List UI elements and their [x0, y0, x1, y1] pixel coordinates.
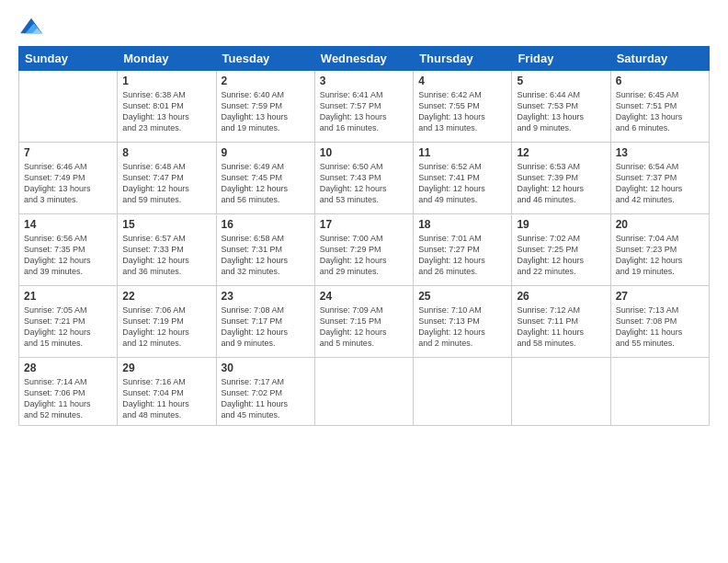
col-header-thursday: Thursday — [414, 47, 512, 71]
day-number: 2 — [222, 75, 310, 87]
day-number: 20 — [616, 218, 704, 231]
col-header-friday: Friday — [512, 47, 610, 71]
day-info: Sunrise: 6:46 AM Sunset: 7:49 PM Dayligh… — [24, 161, 112, 206]
day-number: 14 — [24, 218, 112, 231]
day-cell: 9Sunrise: 6:49 AM Sunset: 7:45 PM Daylig… — [216, 143, 314, 214]
col-header-sunday: Sunday — [19, 47, 118, 71]
day-number: 24 — [320, 290, 408, 303]
day-cell: 27Sunrise: 7:13 AM Sunset: 7:08 PM Dayli… — [610, 286, 709, 358]
calendar-table: SundayMondayTuesdayWednesdayThursdayFrid… — [18, 46, 710, 426]
day-info: Sunrise: 7:12 AM Sunset: 7:11 PM Dayligh… — [517, 304, 605, 350]
day-info: Sunrise: 6:42 AM Sunset: 7:55 PM Dayligh… — [418, 89, 506, 134]
day-cell: 19Sunrise: 7:02 AM Sunset: 7:25 PM Dayli… — [512, 214, 610, 286]
logo — [18, 17, 46, 37]
day-cell — [414, 358, 512, 426]
day-number: 6 — [616, 75, 704, 87]
page: SundayMondayTuesdayWednesdayThursdayFrid… — [0, 0, 728, 563]
day-number: 8 — [122, 146, 210, 159]
day-info: Sunrise: 7:00 AM Sunset: 7:29 PM Dayligh… — [320, 233, 408, 278]
day-info: Sunrise: 7:08 AM Sunset: 7:17 PM Dayligh… — [222, 304, 310, 350]
day-cell: 6Sunrise: 6:45 AM Sunset: 7:51 PM Daylig… — [610, 71, 709, 143]
day-number: 29 — [122, 362, 210, 374]
col-header-saturday: Saturday — [610, 47, 709, 71]
day-info: Sunrise: 6:40 AM Sunset: 7:59 PM Dayligh… — [222, 89, 310, 134]
day-number: 25 — [418, 290, 506, 303]
day-info: Sunrise: 7:04 AM Sunset: 7:23 PM Dayligh… — [616, 233, 704, 278]
day-number: 1 — [122, 75, 210, 87]
day-info: Sunrise: 6:57 AM Sunset: 7:33 PM Dayligh… — [122, 233, 210, 278]
day-cell: 26Sunrise: 7:12 AM Sunset: 7:11 PM Dayli… — [512, 286, 610, 358]
day-cell: 10Sunrise: 6:50 AM Sunset: 7:43 PM Dayli… — [314, 143, 413, 214]
day-info: Sunrise: 7:05 AM Sunset: 7:21 PM Dayligh… — [24, 304, 112, 350]
day-number: 26 — [517, 290, 605, 303]
day-cell: 22Sunrise: 7:06 AM Sunset: 7:19 PM Dayli… — [118, 286, 216, 358]
day-number: 9 — [222, 146, 310, 159]
day-number: 16 — [222, 218, 310, 231]
day-info: Sunrise: 6:50 AM Sunset: 7:43 PM Dayligh… — [320, 161, 408, 206]
day-number: 5 — [517, 75, 605, 87]
day-cell: 12Sunrise: 6:53 AM Sunset: 7:39 PM Dayli… — [512, 143, 610, 214]
day-cell — [314, 358, 413, 426]
day-cell — [19, 71, 118, 143]
day-cell: 15Sunrise: 6:57 AM Sunset: 7:33 PM Dayli… — [118, 214, 216, 286]
day-cell: 16Sunrise: 6:58 AM Sunset: 7:31 PM Dayli… — [216, 214, 314, 286]
day-number: 22 — [122, 290, 210, 303]
day-info: Sunrise: 6:52 AM Sunset: 7:41 PM Dayligh… — [418, 161, 506, 206]
week-row-5: 28Sunrise: 7:14 AM Sunset: 7:06 PM Dayli… — [19, 358, 710, 426]
header-row: SundayMondayTuesdayWednesdayThursdayFrid… — [19, 47, 710, 71]
logo-icon — [18, 17, 44, 37]
week-row-2: 7Sunrise: 6:46 AM Sunset: 7:49 PM Daylig… — [19, 143, 710, 214]
day-info: Sunrise: 6:44 AM Sunset: 7:53 PM Dayligh… — [517, 89, 605, 134]
day-cell: 11Sunrise: 6:52 AM Sunset: 7:41 PM Dayli… — [414, 143, 512, 214]
day-info: Sunrise: 6:54 AM Sunset: 7:37 PM Dayligh… — [616, 161, 704, 206]
day-info: Sunrise: 6:56 AM Sunset: 7:35 PM Dayligh… — [24, 233, 112, 278]
day-info: Sunrise: 6:49 AM Sunset: 7:45 PM Dayligh… — [222, 161, 310, 206]
day-info: Sunrise: 6:53 AM Sunset: 7:39 PM Dayligh… — [517, 161, 605, 206]
day-info: Sunrise: 6:38 AM Sunset: 8:01 PM Dayligh… — [122, 89, 210, 134]
day-info: Sunrise: 6:48 AM Sunset: 7:47 PM Dayligh… — [122, 161, 210, 206]
day-number: 12 — [517, 146, 605, 159]
day-number: 23 — [222, 290, 310, 303]
day-number: 19 — [517, 218, 605, 231]
day-cell: 18Sunrise: 7:01 AM Sunset: 7:27 PM Dayli… — [414, 214, 512, 286]
day-number: 3 — [320, 75, 408, 87]
day-number: 28 — [24, 362, 112, 374]
day-number: 13 — [616, 146, 704, 159]
col-header-monday: Monday — [118, 47, 216, 71]
day-cell — [512, 358, 610, 426]
day-number: 11 — [418, 146, 506, 159]
day-cell: 17Sunrise: 7:00 AM Sunset: 7:29 PM Dayli… — [314, 214, 413, 286]
day-cell: 7Sunrise: 6:46 AM Sunset: 7:49 PM Daylig… — [19, 143, 118, 214]
week-row-3: 14Sunrise: 6:56 AM Sunset: 7:35 PM Dayli… — [19, 214, 710, 286]
day-info: Sunrise: 7:13 AM Sunset: 7:08 PM Dayligh… — [616, 304, 704, 350]
col-header-wednesday: Wednesday — [314, 47, 413, 71]
day-cell: 3Sunrise: 6:41 AM Sunset: 7:57 PM Daylig… — [314, 71, 413, 143]
day-info: Sunrise: 6:45 AM Sunset: 7:51 PM Dayligh… — [616, 89, 704, 134]
day-cell: 14Sunrise: 6:56 AM Sunset: 7:35 PM Dayli… — [19, 214, 118, 286]
day-number: 21 — [24, 290, 112, 303]
day-cell: 5Sunrise: 6:44 AM Sunset: 7:53 PM Daylig… — [512, 71, 610, 143]
day-number: 18 — [418, 218, 506, 231]
day-cell: 28Sunrise: 7:14 AM Sunset: 7:06 PM Dayli… — [19, 358, 118, 426]
header — [18, 17, 710, 37]
day-number: 27 — [616, 290, 704, 303]
day-info: Sunrise: 7:06 AM Sunset: 7:19 PM Dayligh… — [122, 304, 210, 350]
day-info: Sunrise: 6:58 AM Sunset: 7:31 PM Dayligh… — [222, 233, 310, 278]
day-info: Sunrise: 6:41 AM Sunset: 7:57 PM Dayligh… — [320, 89, 408, 134]
col-header-tuesday: Tuesday — [216, 47, 314, 71]
day-cell: 20Sunrise: 7:04 AM Sunset: 7:23 PM Dayli… — [610, 214, 709, 286]
day-number: 7 — [24, 146, 112, 159]
day-cell: 13Sunrise: 6:54 AM Sunset: 7:37 PM Dayli… — [610, 143, 709, 214]
day-cell: 4Sunrise: 6:42 AM Sunset: 7:55 PM Daylig… — [414, 71, 512, 143]
day-info: Sunrise: 7:02 AM Sunset: 7:25 PM Dayligh… — [517, 233, 605, 278]
day-info: Sunrise: 7:17 AM Sunset: 7:02 PM Dayligh… — [222, 376, 310, 421]
day-cell: 2Sunrise: 6:40 AM Sunset: 7:59 PM Daylig… — [216, 71, 314, 143]
day-number: 30 — [222, 362, 310, 374]
day-number: 15 — [122, 218, 210, 231]
day-number: 10 — [320, 146, 408, 159]
day-cell: 24Sunrise: 7:09 AM Sunset: 7:15 PM Dayli… — [314, 286, 413, 358]
day-info: Sunrise: 7:14 AM Sunset: 7:06 PM Dayligh… — [24, 376, 112, 421]
day-cell: 29Sunrise: 7:16 AM Sunset: 7:04 PM Dayli… — [118, 358, 216, 426]
day-cell: 21Sunrise: 7:05 AM Sunset: 7:21 PM Dayli… — [19, 286, 118, 358]
day-cell: 23Sunrise: 7:08 AM Sunset: 7:17 PM Dayli… — [216, 286, 314, 358]
